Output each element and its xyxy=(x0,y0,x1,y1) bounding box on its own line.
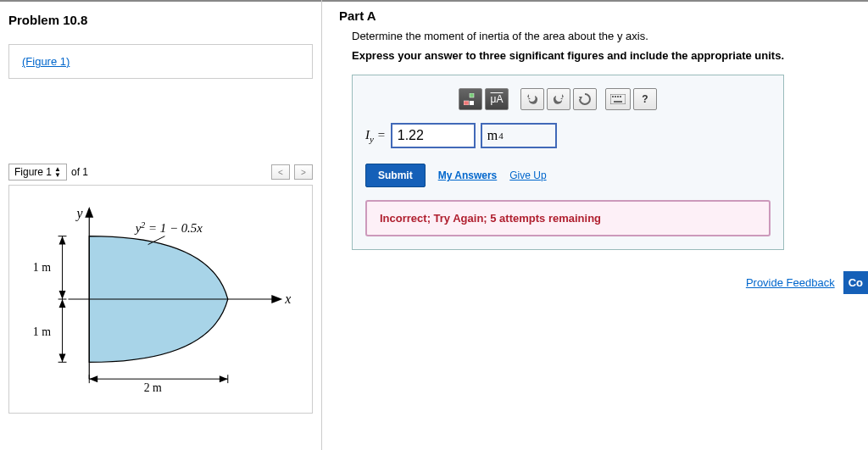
feedback-message: Incorrect; Try Again; 5 attempts remaini… xyxy=(365,200,771,236)
svg-rect-25 xyxy=(615,96,616,97)
undo-button[interactable] xyxy=(520,88,544,110)
updown-icon: ▲▼ xyxy=(54,166,61,178)
figure-image: y x y2 = 1 − 0.5x 1 m xyxy=(8,185,313,414)
prompt-text: Determine the moment of inertia of the a… xyxy=(352,30,851,42)
svg-marker-8 xyxy=(59,291,66,299)
keyboard-icon xyxy=(610,94,626,104)
svg-rect-19 xyxy=(464,101,469,105)
give-up-link[interactable]: Give Up xyxy=(509,169,546,181)
figure-select-label: Figure 1 xyxy=(14,166,52,178)
svg-marker-17 xyxy=(89,375,97,382)
svg-rect-28 xyxy=(614,101,622,103)
svg-marker-18 xyxy=(220,375,228,382)
svg-rect-27 xyxy=(620,96,621,97)
figure-link[interactable]: (Figure 1) xyxy=(22,55,70,68)
svg-rect-26 xyxy=(617,96,619,97)
instruction-text: Express your answer to three significant… xyxy=(352,49,851,62)
dim-2m: 2 m xyxy=(144,381,162,394)
answer-input-row: Iy = m4 xyxy=(365,123,771,148)
provide-feedback-link[interactable]: Provide Feedback xyxy=(746,276,835,289)
figure-next-button[interactable]: > xyxy=(294,164,313,180)
answer-box: μA ? Iy = xyxy=(352,75,784,250)
svg-marker-7 xyxy=(59,236,66,245)
redo-icon xyxy=(553,94,565,104)
undo-icon xyxy=(526,94,538,104)
figure-link-box: (Figure 1) xyxy=(8,44,313,79)
svg-marker-1 xyxy=(85,207,93,218)
y-axis-label: y xyxy=(75,206,83,221)
svg-rect-20 xyxy=(470,93,474,97)
svg-rect-23 xyxy=(610,94,626,104)
answer-toolbar: μA ? xyxy=(459,88,771,110)
part-title: Part A xyxy=(339,8,851,23)
parabola-equation: y2 = 1 − 0.5x xyxy=(134,220,203,235)
svg-rect-21 xyxy=(470,101,474,105)
figure-count: of 1 xyxy=(71,166,88,178)
keyboard-button[interactable] xyxy=(605,88,631,110)
reset-button[interactable] xyxy=(573,88,597,110)
figure-prev-button[interactable]: < xyxy=(271,164,290,180)
figure-select[interactable]: Figure 1 ▲▼ xyxy=(8,164,67,181)
submit-row: Submit My Answers Give Up xyxy=(365,164,771,187)
dim-1m-bot: 1 m xyxy=(33,325,51,338)
figure-navigator: Figure 1 ▲▼ of 1 < > xyxy=(8,164,313,181)
problem-title: Problem 10.8 xyxy=(0,8,321,36)
svg-marker-3 xyxy=(271,295,282,303)
help-button[interactable]: ? xyxy=(633,88,657,110)
units-button[interactable]: μA xyxy=(485,88,509,110)
my-answers-link[interactable]: My Answers xyxy=(438,169,498,181)
footer-links: Provide Feedback Co xyxy=(746,271,868,294)
reset-icon xyxy=(579,93,591,105)
svg-marker-12 xyxy=(59,353,66,362)
x-axis-label: x xyxy=(284,292,291,306)
dim-1m-top: 1 m xyxy=(33,261,51,274)
svg-marker-11 xyxy=(59,299,66,308)
value-input[interactable] xyxy=(391,123,476,148)
unit-input[interactable]: m4 xyxy=(481,123,557,148)
continue-button[interactable]: Co xyxy=(843,271,868,294)
variable-label: Iy = xyxy=(365,128,386,144)
submit-button[interactable]: Submit xyxy=(365,164,426,187)
right-panel: Part A Determine the moment of inertia o… xyxy=(322,0,868,450)
template-button[interactable] xyxy=(459,88,482,110)
redo-button[interactable] xyxy=(547,88,570,110)
svg-rect-24 xyxy=(612,96,614,97)
left-panel: Problem 10.8 (Figure 1) Figure 1 ▲▼ of 1… xyxy=(0,0,322,450)
